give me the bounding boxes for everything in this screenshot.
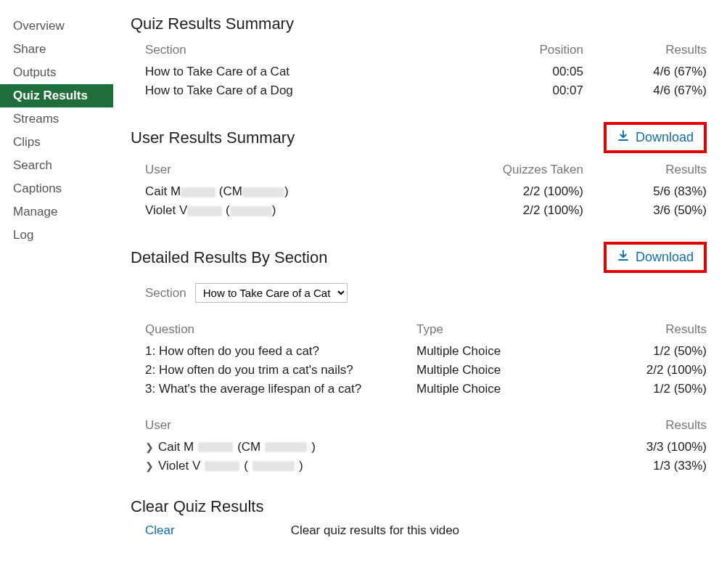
cell-user: ❯ Cait Mxxxxx (CMxxxxxx)	[145, 440, 598, 454]
cell-results: 2/2 (100%)	[598, 363, 707, 377]
question-header-row: Question Type Results	[131, 320, 707, 339]
cell-user: Violet Vxxxxx (xxxxxx)	[145, 203, 431, 218]
cell-quizzes-taken: 2/2 (100%)	[431, 184, 583, 199]
cell-user: ❯ Violet Vxxxxx (xxxxxx)	[145, 459, 598, 473]
sidebar-item-clips[interactable]: Clips	[0, 131, 113, 154]
sidebar-item-search[interactable]: Search	[0, 154, 113, 177]
clear-button[interactable]: Clear	[145, 523, 175, 538]
col-type: Type	[416, 322, 598, 337]
cell-position: 00:07	[431, 83, 583, 98]
clear-quiz-results: Clear Quiz Results Clear Clear quiz resu…	[131, 497, 707, 538]
col-results: Results	[583, 43, 707, 57]
table-row: 3: What's the average lifespan of a cat?…	[131, 380, 707, 399]
sidebar-item-streams[interactable]: Streams	[0, 107, 113, 131]
cell-section: How to Take Care of a Cat	[145, 65, 431, 79]
col-user: User	[145, 418, 598, 433]
main-content: Quiz Results Summary Section Position Re…	[131, 15, 727, 560]
cell-question: 3: What's the average lifespan of a cat?	[145, 382, 416, 396]
cell-results: 1/2 (50%)	[598, 382, 707, 396]
col-position: Position	[431, 43, 583, 57]
table-row: How to Take Care of a Cat00:054/6 (67%)	[131, 62, 707, 81]
detailed-heading: Detailed Results By Section	[131, 248, 327, 267]
quiz-summary-heading: Quiz Results Summary	[131, 15, 294, 33]
cell-question: 1: How often do you feed a cat?	[145, 344, 416, 359]
cell-quizzes-taken: 2/2 (100%)	[431, 203, 583, 218]
download-icon	[617, 249, 630, 266]
cell-user: Cait Mxxxxx (CMxxxxxx)	[145, 184, 431, 199]
sidebar-item-manage[interactable]: Manage	[0, 200, 113, 224]
quiz-summary-header-row: Section Position Results	[131, 41, 707, 60]
download-detailed-results-button[interactable]: Download	[611, 246, 699, 269]
sidebar: OverviewShareOutputsQuiz ResultsStreamsC…	[0, 15, 113, 560]
cell-results: 4/6 (67%)	[583, 83, 707, 98]
col-results: Results	[598, 322, 707, 337]
col-section: Section	[145, 43, 431, 57]
cell-results: 1/3 (33%)	[598, 459, 707, 473]
cell-results: 3/6 (50%)	[583, 203, 707, 218]
cell-results: 5/6 (83%)	[583, 184, 707, 199]
sidebar-item-overview[interactable]: Overview	[0, 15, 113, 38]
cell-section: How to Take Care of a Dog	[145, 83, 431, 98]
table-row[interactable]: ❯ Violet Vxxxxx (xxxxxx)1/3 (33%)	[131, 457, 707, 475]
chevron-right-icon: ❯	[145, 460, 154, 472]
col-question: Question	[145, 322, 416, 337]
chevron-right-icon: ❯	[145, 441, 154, 453]
sidebar-item-quiz-results[interactable]: Quiz Results	[0, 84, 113, 107]
download-icon	[617, 129, 630, 146]
download-highlight: Download	[604, 242, 707, 273]
table-row: 2: How often do you trim a cat's nails?M…	[131, 361, 707, 380]
sidebar-item-log[interactable]: Log	[0, 224, 113, 247]
download-label: Download	[636, 130, 694, 145]
table-row: Violet Vxxxxx (xxxxxx)2/2 (100%)3/6 (50%…	[131, 201, 707, 220]
col-results: Results	[598, 418, 707, 433]
section-select-label: Section	[145, 286, 186, 301]
col-quizzes-taken: Quizzes Taken	[431, 163, 583, 177]
cell-question: 2: How often do you trim a cat's nails?	[145, 363, 416, 377]
sidebar-item-outputs[interactable]: Outputs	[0, 61, 113, 84]
user-summary-heading: User Results Summary	[131, 128, 295, 147]
detailed-results: Detailed Results By Section Download	[131, 242, 707, 475]
cell-results: 3/3 (100%)	[598, 440, 707, 454]
user-summary-header-row: User Quizzes Taken Results	[131, 160, 707, 179]
sidebar-item-captions[interactable]: Captions	[0, 177, 113, 200]
cell-type: Multiple Choice	[416, 344, 598, 359]
cell-type: Multiple Choice	[416, 382, 598, 396]
download-label: Download	[636, 250, 694, 265]
table-row[interactable]: ❯ Cait Mxxxxx (CMxxxxxx)3/3 (100%)	[131, 438, 707, 457]
quiz-results-summary: Quiz Results Summary Section Position Re…	[131, 15, 707, 100]
clear-heading: Clear Quiz Results	[131, 497, 707, 516]
cell-type: Multiple Choice	[416, 363, 598, 377]
detailed-user-header-row: User Results	[131, 416, 707, 435]
download-highlight: Download	[604, 122, 707, 153]
table-row: How to Take Care of a Dog00:074/6 (67%)	[131, 81, 707, 100]
download-user-results-button[interactable]: Download	[611, 126, 699, 149]
table-row: Cait Mxxxxx (CMxxxxxx)2/2 (100%)5/6 (83%…	[131, 182, 707, 201]
user-results-summary: User Results Summary Download	[131, 122, 707, 220]
col-results: Results	[583, 163, 707, 177]
cell-results: 4/6 (67%)	[583, 65, 707, 79]
section-select[interactable]: How to Take Care of a Cat	[195, 283, 348, 303]
clear-description: Clear quiz results for this video	[291, 523, 459, 538]
cell-results: 1/2 (50%)	[598, 344, 707, 359]
sidebar-item-share[interactable]: Share	[0, 38, 113, 61]
cell-position: 00:05	[431, 65, 583, 79]
table-row: 1: How often do you feed a cat?Multiple …	[131, 342, 707, 361]
col-user: User	[145, 163, 431, 177]
